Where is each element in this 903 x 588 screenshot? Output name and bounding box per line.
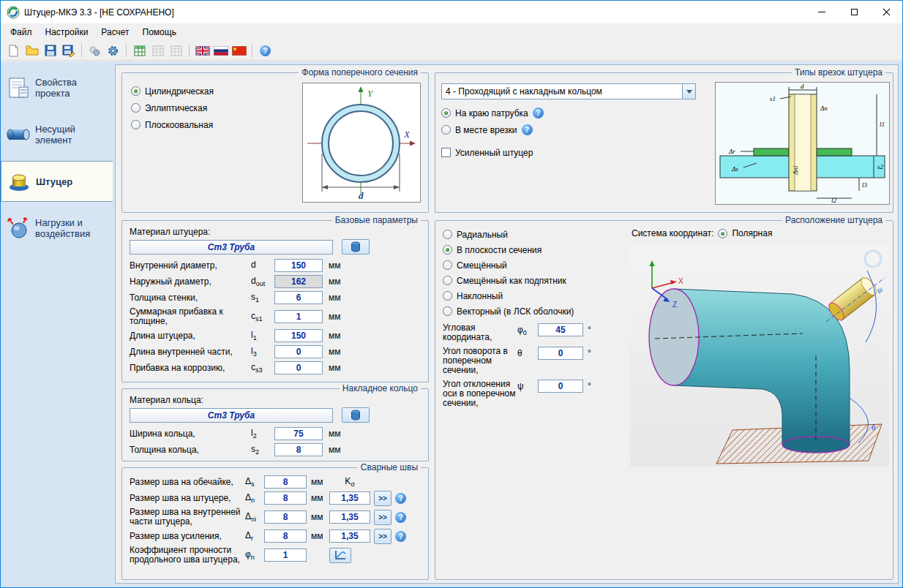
param-label: Толщина стенки,	[130, 293, 251, 303]
ring-material-field[interactable]: Ст3 Труба	[130, 408, 333, 423]
nozzle-material-field[interactable]: Ст3 Труба	[130, 240, 333, 255]
flag-cn-icon[interactable]	[231, 42, 247, 59]
param-input[interactable]: 75	[274, 427, 323, 440]
more-button[interactable]: >>	[374, 491, 391, 506]
type-option-at-junction[interactable]: В месте врезки	[441, 122, 544, 137]
radio-icon[interactable]	[718, 229, 727, 238]
help-icon[interactable]	[395, 493, 406, 504]
sidebar-item-loads[interactable]: Нагрузки и воздействия	[1, 208, 113, 249]
param-symbol: d	[251, 260, 274, 271]
strength-chart-button[interactable]	[329, 548, 351, 563]
help-icon[interactable]	[533, 108, 544, 118]
shape-option-cylindrical[interactable]: Цилиндрическая	[131, 83, 214, 99]
flag-en-icon[interactable]	[194, 42, 211, 59]
param-input[interactable]: 0	[538, 380, 583, 393]
param-input[interactable]: 0	[274, 345, 323, 358]
units-settings-icon[interactable]	[86, 42, 103, 59]
nozzle-type-combobox[interactable]: 4 - Проходящий с накладным кольцом	[441, 83, 696, 99]
group-nozzle-location: Расположение штуцера Радиальный В плоско…	[435, 220, 893, 580]
param-label: Коэффициент прочности продольного шва шт…	[130, 546, 245, 565]
group-nozzle-types: Типы врезок штуцера 4 - Проходящий с нак…	[435, 72, 893, 213]
more-button[interactable]: >>	[374, 510, 391, 525]
new-file-icon[interactable]	[5, 42, 22, 59]
sidebar-item-shell-element[interactable]: Несущий элемент	[1, 114, 113, 155]
app-icon	[7, 6, 20, 19]
type-option-at-pipe-edge[interactable]: На краю патрубка	[441, 105, 544, 121]
param-input[interactable]: 1	[264, 549, 307, 562]
param-label: Прибавка на коррозию,	[130, 363, 251, 373]
param-input[interactable]: 8	[274, 443, 323, 456]
material-database-button[interactable]	[342, 239, 370, 255]
param-symbol: cs3	[251, 362, 274, 374]
maximize-button[interactable]	[838, 1, 870, 23]
table-disabled-2-icon[interactable]	[168, 42, 184, 59]
reinforced-nozzle-checkbox[interactable]: Усиленный штуцер	[441, 145, 544, 160]
param-input[interactable]: 6	[274, 291, 323, 304]
param-input[interactable]: 0	[538, 347, 583, 360]
param-row-corrosion-allowance: Прибавка на коррозию, cs3 0 мм	[130, 360, 421, 376]
help-icon[interactable]	[522, 124, 533, 135]
flag-ru-icon[interactable]	[212, 42, 229, 59]
menu-file[interactable]: Файл	[4, 23, 39, 41]
options-gear-icon[interactable]	[105, 42, 121, 59]
nozzle-3d-viewport[interactable]: ψ θ X Z	[630, 246, 889, 467]
save-icon[interactable]	[42, 42, 59, 59]
param-input[interactable]: 45	[538, 323, 583, 336]
sidebar-item-project-properties[interactable]: Свойства проекта	[1, 67, 113, 108]
shape-option-flat-oval[interactable]: Плоскоовальная	[131, 117, 214, 132]
param-input[interactable]: 150	[274, 259, 323, 272]
location-option-in-section-plane[interactable]: В плоскости сечения	[443, 242, 591, 257]
location-option-inclined[interactable]: Наклонный	[443, 288, 591, 304]
close-button[interactable]	[870, 1, 902, 23]
angle-row-psi: Угол отклонения оси в поперечном сечении…	[443, 380, 591, 408]
param-input[interactable]: 8	[264, 510, 307, 524]
location-option-radial[interactable]: Радиальный	[443, 227, 591, 242]
radio-label: В плоскости сечения	[457, 245, 542, 255]
help-icon[interactable]	[257, 42, 274, 59]
more-button[interactable]: >>	[374, 529, 391, 544]
param-input[interactable]: 8	[264, 475, 307, 489]
nozzle-icon	[7, 169, 31, 194]
k-sigma-input[interactable]: 1,35	[329, 510, 370, 524]
param-input[interactable]: 1	[274, 310, 323, 323]
location-option-offset[interactable]: Смещённый	[443, 257, 591, 273]
angle-row-phi0: Угловая координата, φ0 45 °	[443, 323, 591, 342]
shell-element-icon	[6, 122, 31, 147]
param-unit: °	[583, 380, 591, 391]
toolbar-separator	[189, 44, 190, 57]
open-folder-icon[interactable]	[23, 42, 40, 59]
material-database-button[interactable]	[342, 407, 370, 423]
k-sigma-input[interactable]: 1,35	[329, 491, 370, 505]
menu-calculation[interactable]: Расчет	[94, 23, 135, 41]
param-symbol: dout	[251, 276, 274, 287]
group-cross-section-shape: Форма поперечного сечения Цилиндрическая…	[121, 72, 429, 213]
table-active-icon[interactable]	[131, 42, 148, 59]
database-icon	[351, 410, 361, 421]
param-row-inner-diameter: Внутренний диаметр, d 150 мм	[130, 257, 421, 274]
location-option-vector[interactable]: Векторный (в ЛСК оболочки)	[443, 304, 591, 319]
save-as-icon[interactable]	[60, 42, 77, 59]
chevron-down-icon[interactable]	[682, 84, 695, 99]
title-bar: Штуцер-МКЭ 3.3 - [НЕ СОХРАНЕНО]	[1, 1, 902, 23]
param-symbol: φn	[245, 549, 264, 561]
k-sigma-input[interactable]: 1,35	[329, 529, 370, 543]
group-welds: Сварные швы Размер шва на обечайке, Δs 8…	[121, 467, 429, 580]
minimize-button[interactable]	[806, 1, 838, 23]
menu-settings[interactable]: Настройки	[39, 23, 95, 41]
param-symbol: Δn	[245, 492, 264, 504]
coordinate-system-row: Система координат: Полярная	[632, 228, 772, 238]
location-option-offset-as-support[interactable]: Смещённый как подпятник	[443, 273, 591, 288]
table-disabled-1-icon[interactable]	[149, 42, 166, 59]
shape-option-elliptical[interactable]: Эллиптическая	[131, 100, 214, 116]
param-input[interactable]: 8	[264, 491, 307, 505]
param-input[interactable]: 0	[274, 361, 323, 374]
menu-help[interactable]: Помощь	[136, 23, 183, 41]
param-input[interactable]: 8	[264, 529, 307, 543]
help-icon[interactable]	[395, 531, 406, 542]
group-reinforcing-ring: Накладное кольцо Материал кольца: Ст3 Тр…	[121, 388, 429, 461]
param-symbol: φ0	[517, 323, 538, 336]
param-symbol: l2	[251, 428, 274, 440]
sidebar-item-nozzle[interactable]: Штуцер	[1, 161, 113, 202]
help-icon[interactable]	[395, 512, 406, 523]
param-input[interactable]: 150	[274, 329, 323, 342]
